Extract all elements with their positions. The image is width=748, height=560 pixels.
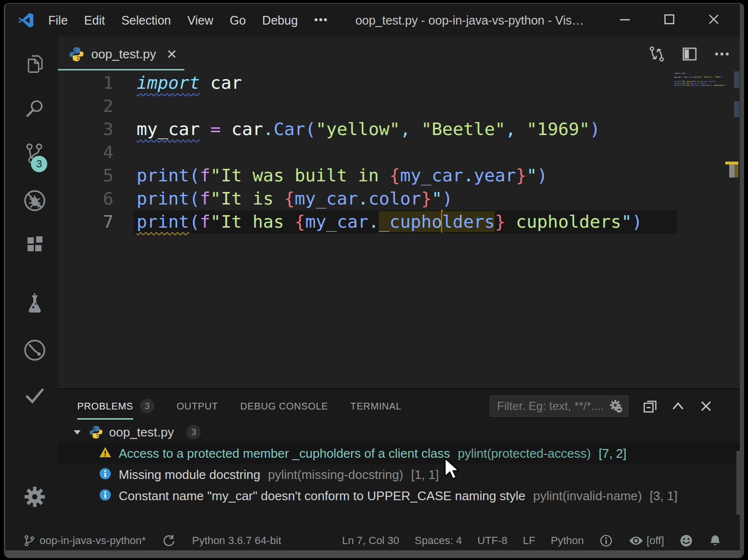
panel-tab-terminal[interactable]: TERMINAL <box>350 389 402 423</box>
overview-ruler <box>729 71 740 388</box>
status-branch[interactable]: oop-in-java-vs-python* <box>23 534 146 547</box>
code-editor[interactable]: 1234567 import carmy_car = car.Car("yell… <box>58 71 740 388</box>
menu-bar: FileEditSelectionViewGoDebug••• <box>40 14 336 27</box>
code-token: color <box>368 188 421 209</box>
code-token: f <box>200 165 210 186</box>
scm-badge: 3 <box>31 156 47 172</box>
code-token: . <box>263 119 274 139</box>
panel-tab-output[interactable]: OUTPUT <box>177 389 218 423</box>
menu-overflow[interactable]: ••• <box>306 14 336 27</box>
status-screencast[interactable]: [off] <box>628 534 664 547</box>
check-icon[interactable] <box>23 384 47 408</box>
code-token: , <box>400 119 411 139</box>
problems-file-row[interactable]: oop_test.py 3 <box>58 422 740 443</box>
collapse-all-icon[interactable] <box>642 398 658 414</box>
problems-filter-input[interactable]: Filter. Eg: text, **/*.... <box>490 396 628 417</box>
code-token: Car <box>274 119 305 139</box>
menu-go[interactable]: Go <box>222 14 254 27</box>
menu-edit[interactable]: Edit <box>76 14 113 27</box>
code-token: my_car <box>305 211 368 232</box>
problem-row-warning[interactable]: Access to a protected member _cupholders… <box>58 443 740 464</box>
code-token: ( <box>189 211 200 232</box>
line-number-4: 4 <box>58 141 113 164</box>
code-line-2 <box>137 95 740 118</box>
more-actions-icon[interactable] <box>714 46 730 62</box>
problem-row-info[interactable]: Missing module docstringpylint(missing-d… <box>58 464 740 485</box>
extensions-icon[interactable] <box>24 233 46 256</box>
menu-debug[interactable]: Debug <box>254 14 306 27</box>
close-panel-icon[interactable] <box>698 398 714 414</box>
editor-actions <box>648 37 730 71</box>
status-encoding[interactable]: UTF-8 <box>477 534 507 547</box>
code-token: ) <box>442 188 453 209</box>
ruler-info-mark-1 <box>734 71 739 88</box>
filter-gear-icon[interactable] <box>609 399 623 413</box>
debug-disabled-icon[interactable] <box>23 189 47 213</box>
eye-icon <box>628 534 644 547</box>
bottom-panel: PROBLEMS3OUTPUTDEBUG CONSOLETERMINAL Fil… <box>58 388 740 531</box>
menu-selection[interactable]: Selection <box>113 14 179 27</box>
code-token: "yellow" <box>316 119 400 139</box>
code-token: " <box>431 188 442 209</box>
status-cursor-position[interactable]: Ln 7, Col 30 <box>342 534 400 547</box>
close-button[interactable] <box>692 13 736 28</box>
code-token: ( <box>189 188 200 209</box>
code-token: . <box>463 165 474 186</box>
maximize-button[interactable] <box>647 13 692 27</box>
title-bar: FileEditSelectionViewGoDebug••• oop_test… <box>5 4 740 37</box>
code-token <box>411 119 421 139</box>
problems-file-badge: 3 <box>186 425 201 439</box>
status-eol[interactable]: LF <box>523 534 536 547</box>
status-info-icon[interactable] <box>599 534 613 547</box>
status-indentation[interactable]: Spaces: 4 <box>415 534 462 547</box>
panel-tab-label: TERMINAL <box>350 401 402 412</box>
maximize-panel-icon[interactable] <box>670 398 686 414</box>
bell-icon <box>708 534 722 547</box>
vscode-window: FileEditSelectionViewGoDebug••• oop_test… <box>4 3 744 558</box>
line-number-6: 6 <box>58 187 113 210</box>
tab-close-icon[interactable] <box>166 49 177 59</box>
window-controls <box>603 13 736 28</box>
status-language[interactable]: Python <box>551 534 584 547</box>
status-sync[interactable] <box>162 534 176 547</box>
line-numbers: 1234567 <box>58 71 113 233</box>
minimize-button[interactable] <box>603 13 647 27</box>
code-token: } <box>421 188 432 209</box>
code-token: ) <box>632 211 642 232</box>
panel-scrollbar[interactable] <box>736 451 740 515</box>
status-bar: oop-in-java-vs-python* Python 3.6.7 64-b… <box>5 531 740 550</box>
panel-actions <box>642 389 740 423</box>
python-file-icon <box>89 425 103 439</box>
explorer-icon[interactable] <box>24 53 46 75</box>
code-token: _cupho <box>379 211 442 232</box>
panel-tab-label: OUTPUT <box>177 401 218 412</box>
status-feedback[interactable] <box>679 534 693 547</box>
code-token <box>516 119 526 139</box>
open-changes-icon[interactable] <box>648 45 665 63</box>
split-editor-icon[interactable] <box>682 46 697 62</box>
code-token: print <box>137 188 189 209</box>
test-flask-icon[interactable] <box>23 292 46 315</box>
menu-file[interactable]: File <box>40 14 76 27</box>
menu-view[interactable]: View <box>179 14 222 27</box>
code-token: f <box>200 211 210 232</box>
problem-position: [1, 1] <box>411 467 439 482</box>
panel-tab-debug-console[interactable]: DEBUG CONSOLE <box>240 389 328 423</box>
status-notifications[interactable] <box>708 534 722 547</box>
code-time-icon[interactable] <box>23 338 47 362</box>
problem-row-info[interactable]: Constant name "my_car" doesn't conform t… <box>58 485 740 506</box>
expand-twisty-icon <box>72 427 82 437</box>
code-line-4 <box>137 141 740 164</box>
panel-tab-problems[interactable]: PROBLEMS3 <box>77 389 154 423</box>
code-token: ( <box>189 165 200 186</box>
minimap[interactable]: import carmy_car = car.Car("yellow", "Be… <box>675 72 734 86</box>
code-token: "Beetle" <box>421 119 506 139</box>
status-interpreter[interactable]: Python 3.6.7 64-bit <box>192 534 281 547</box>
settings-gear-icon[interactable] <box>23 485 46 508</box>
code-line-6: print(f"It is {my_car.color}") <box>137 187 740 210</box>
tab-oop-test-py[interactable]: oop_test.py <box>58 37 184 71</box>
code-token: } <box>516 165 526 186</box>
code-token: } <box>495 211 505 232</box>
info-icon <box>98 488 112 504</box>
search-icon[interactable] <box>23 97 46 120</box>
